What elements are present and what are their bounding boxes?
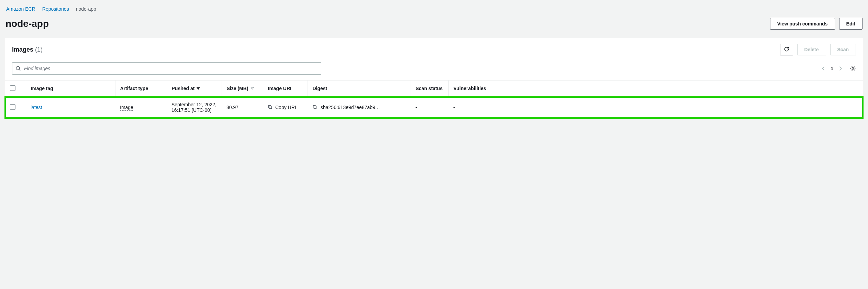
col-image-uri: Image URI	[268, 86, 291, 91]
pagination: 1	[821, 65, 856, 72]
col-size[interactable]: Size (MB)	[227, 86, 248, 92]
page-title: node-app	[5, 18, 49, 29]
sort-none-icon	[251, 87, 254, 90]
image-size: 80.97	[226, 105, 238, 110]
images-panel: Images (1) Delete Scan	[5, 38, 863, 118]
breadcrumb: Amazon ECR Repositories node-app	[5, 6, 863, 17]
col-pushed-at[interactable]: Pushed at	[172, 86, 195, 92]
breadcrumb-current: node-app	[76, 6, 96, 12]
image-tag-link[interactable]: latest	[31, 105, 42, 110]
settings-button[interactable]	[850, 65, 856, 72]
scan-button[interactable]: Scan	[830, 44, 856, 55]
vulnerabilities: -	[453, 105, 455, 110]
prev-page-button[interactable]	[821, 66, 826, 71]
edit-button[interactable]: Edit	[839, 18, 863, 30]
copy-icon[interactable]	[312, 105, 317, 110]
svg-rect-2	[269, 106, 271, 108]
view-push-commands-button[interactable]: View push commands	[770, 18, 835, 30]
digest-value: sha256:613e9d7ee87ab9…	[321, 105, 380, 110]
svg-point-0	[16, 66, 20, 70]
col-scan-status: Scan status	[416, 86, 443, 91]
sort-desc-icon	[197, 87, 200, 90]
row-checkbox[interactable]	[10, 104, 15, 110]
pushed-at: September 12, 2022, 16:17:51 (UTC-00)	[171, 102, 216, 113]
col-image-tag[interactable]: Image tag	[31, 86, 53, 91]
table-row: latest Image September 12, 2022, 16:17:5…	[5, 97, 863, 118]
refresh-icon	[784, 46, 789, 53]
images-table: Image tag Artifact type Pushed at Size (…	[5, 80, 863, 118]
scan-status: -	[415, 105, 417, 110]
delete-button[interactable]: Delete	[797, 44, 826, 55]
refresh-button[interactable]	[780, 44, 793, 55]
next-page-button[interactable]	[838, 66, 843, 71]
artifact-type[interactable]: Image	[120, 105, 133, 111]
breadcrumb-link-repositories[interactable]: Repositories	[42, 6, 69, 12]
col-vulnerabilities: Vulnerabilities	[454, 86, 486, 91]
col-digest: Digest	[313, 86, 327, 91]
col-artifact-type[interactable]: Artifact type	[120, 86, 148, 91]
panel-title: Images (1)	[12, 46, 43, 53]
breadcrumb-link-ecr[interactable]: Amazon ECR	[6, 6, 35, 12]
svg-point-1	[852, 68, 854, 69]
page-number: 1	[831, 66, 833, 71]
select-all-checkbox[interactable]	[10, 85, 15, 91]
copy-uri-button[interactable]: Copy URI	[275, 105, 296, 110]
search-input[interactable]	[12, 62, 321, 75]
copy-icon[interactable]	[268, 105, 272, 110]
svg-rect-3	[314, 106, 316, 108]
